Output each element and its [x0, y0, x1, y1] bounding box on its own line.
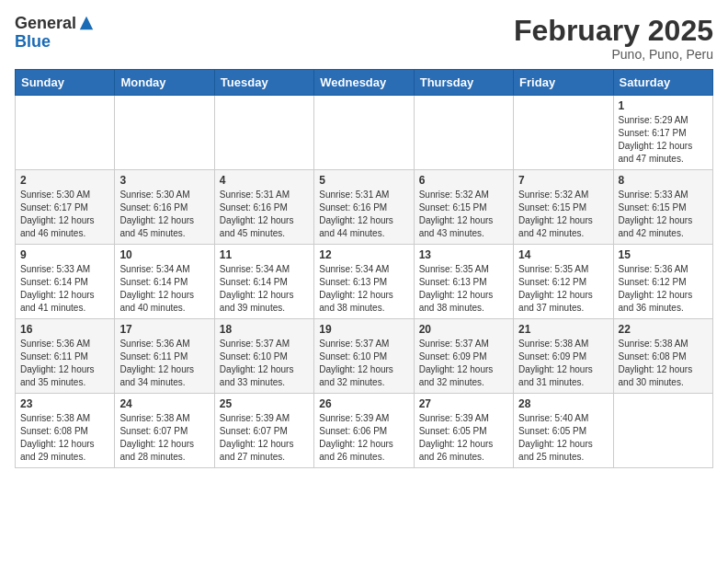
day-number: 10	[119, 248, 209, 261]
calendar-cell: 4Sunrise: 5:31 AM Sunset: 6:16 PM Daylig…	[214, 170, 313, 245]
day-info: Sunrise: 5:31 AM Sunset: 6:16 PM Dayligh…	[319, 189, 408, 240]
calendar-cell: 8Sunrise: 5:33 AM Sunset: 6:15 PM Daylig…	[613, 170, 712, 245]
calendar-cell: 14Sunrise: 5:35 AM Sunset: 6:12 PM Dayli…	[514, 245, 613, 319]
calendar-cell: 25Sunrise: 5:39 AM Sunset: 6:07 PM Dayli…	[214, 394, 313, 468]
calendar-table: SundayMondayTuesdayWednesdayThursdayFrid…	[15, 69, 713, 468]
calendar-week-row: 9Sunrise: 5:33 AM Sunset: 6:14 PM Daylig…	[16, 245, 713, 319]
calendar-cell: 12Sunrise: 5:34 AM Sunset: 6:13 PM Dayli…	[314, 245, 414, 319]
day-info: Sunrise: 5:38 AM Sunset: 6:08 PM Dayligh…	[20, 412, 109, 464]
day-number: 15	[619, 248, 708, 261]
day-number: 9	[20, 248, 109, 261]
day-info: Sunrise: 5:39 AM Sunset: 6:06 PM Dayligh…	[319, 412, 408, 464]
day-info: Sunrise: 5:35 AM Sunset: 6:12 PM Dayligh…	[518, 263, 608, 315]
day-info: Sunrise: 5:38 AM Sunset: 6:09 PM Dayligh…	[518, 338, 608, 389]
day-info: Sunrise: 5:30 AM Sunset: 6:17 PM Dayligh…	[20, 189, 109, 240]
calendar-cell: 7Sunrise: 5:32 AM Sunset: 6:15 PM Daylig…	[514, 170, 613, 245]
calendar-cell: 17Sunrise: 5:36 AM Sunset: 6:11 PM Dayli…	[115, 319, 214, 394]
column-header-tuesday: Tuesday	[214, 70, 313, 96]
calendar-cell: 24Sunrise: 5:38 AM Sunset: 6:07 PM Dayli…	[115, 394, 214, 468]
day-number: 18	[220, 323, 309, 336]
logo-icon	[78, 15, 95, 31]
day-info: Sunrise: 5:30 AM Sunset: 6:16 PM Dayligh…	[119, 189, 209, 240]
day-info: Sunrise: 5:38 AM Sunset: 6:08 PM Dayligh…	[619, 338, 708, 389]
calendar-cell: 23Sunrise: 5:38 AM Sunset: 6:08 PM Dayli…	[16, 394, 115, 468]
day-number: 26	[319, 397, 408, 410]
calendar-week-row: 1Sunrise: 5:29 AM Sunset: 6:17 PM Daylig…	[16, 96, 713, 170]
svg-marker-0	[80, 17, 93, 29]
calendar-cell: 10Sunrise: 5:34 AM Sunset: 6:14 PM Dayli…	[115, 245, 214, 319]
day-info: Sunrise: 5:32 AM Sunset: 6:15 PM Dayligh…	[518, 189, 608, 240]
day-info: Sunrise: 5:34 AM Sunset: 6:14 PM Dayligh…	[220, 263, 309, 315]
calendar-header-row: SundayMondayTuesdayWednesdayThursdayFrid…	[16, 70, 713, 96]
day-info: Sunrise: 5:37 AM Sunset: 6:10 PM Dayligh…	[220, 338, 309, 389]
day-number: 24	[119, 397, 209, 410]
day-number: 7	[518, 174, 608, 187]
day-number: 11	[220, 248, 309, 261]
day-number: 23	[20, 397, 109, 410]
column-header-monday: Monday	[115, 70, 214, 96]
calendar-cell: 1Sunrise: 5:29 AM Sunset: 6:17 PM Daylig…	[613, 96, 712, 170]
day-number: 14	[518, 248, 608, 261]
day-info: Sunrise: 5:36 AM Sunset: 6:12 PM Dayligh…	[619, 263, 708, 315]
day-info: Sunrise: 5:32 AM Sunset: 6:15 PM Dayligh…	[419, 189, 508, 240]
day-info: Sunrise: 5:31 AM Sunset: 6:16 PM Dayligh…	[220, 189, 309, 240]
day-info: Sunrise: 5:29 AM Sunset: 6:17 PM Dayligh…	[619, 114, 708, 166]
day-number: 3	[119, 174, 209, 187]
day-info: Sunrise: 5:39 AM Sunset: 6:05 PM Dayligh…	[419, 412, 508, 464]
logo-text: General Blue	[15, 15, 95, 52]
day-number: 12	[319, 248, 408, 261]
column-header-friday: Friday	[514, 70, 613, 96]
day-info: Sunrise: 5:36 AM Sunset: 6:11 PM Dayligh…	[119, 338, 209, 389]
day-number: 20	[419, 323, 508, 336]
calendar-week-row: 23Sunrise: 5:38 AM Sunset: 6:08 PM Dayli…	[16, 394, 713, 468]
calendar-subtitle: Puno, Puno, Peru	[514, 47, 713, 62]
calendar-cell: 13Sunrise: 5:35 AM Sunset: 6:13 PM Dayli…	[414, 245, 513, 319]
column-header-wednesday: Wednesday	[314, 70, 414, 96]
calendar-cell: 21Sunrise: 5:38 AM Sunset: 6:09 PM Dayli…	[514, 319, 613, 394]
day-number: 25	[220, 397, 309, 410]
calendar-cell: 28Sunrise: 5:40 AM Sunset: 6:05 PM Dayli…	[514, 394, 613, 468]
logo: General Blue	[15, 15, 95, 52]
day-info: Sunrise: 5:37 AM Sunset: 6:10 PM Dayligh…	[319, 338, 408, 389]
logo-blue: Blue	[15, 33, 95, 52]
page-header: General Blue February 2025 Puno, Puno, P…	[15, 15, 713, 62]
column-header-saturday: Saturday	[613, 70, 712, 96]
column-header-sunday: Sunday	[16, 70, 115, 96]
day-number: 21	[518, 323, 608, 336]
calendar-cell	[314, 96, 414, 170]
calendar-cell: 22Sunrise: 5:38 AM Sunset: 6:08 PM Dayli…	[613, 319, 712, 394]
calendar-cell	[613, 394, 712, 468]
day-number: 2	[20, 174, 109, 187]
day-info: Sunrise: 5:34 AM Sunset: 6:14 PM Dayligh…	[119, 263, 209, 315]
calendar-cell: 20Sunrise: 5:37 AM Sunset: 6:09 PM Dayli…	[414, 319, 513, 394]
day-number: 17	[119, 323, 209, 336]
calendar-cell	[214, 96, 313, 170]
calendar-cell: 6Sunrise: 5:32 AM Sunset: 6:15 PM Daylig…	[414, 170, 513, 245]
calendar-cell: 2Sunrise: 5:30 AM Sunset: 6:17 PM Daylig…	[16, 170, 115, 245]
calendar-cell: 19Sunrise: 5:37 AM Sunset: 6:10 PM Dayli…	[314, 319, 414, 394]
title-block: February 2025 Puno, Puno, Peru	[514, 15, 713, 62]
calendar-cell	[115, 96, 214, 170]
calendar-week-row: 2Sunrise: 5:30 AM Sunset: 6:17 PM Daylig…	[16, 170, 713, 245]
day-number: 16	[20, 323, 109, 336]
calendar-cell: 5Sunrise: 5:31 AM Sunset: 6:16 PM Daylig…	[314, 170, 414, 245]
day-info: Sunrise: 5:38 AM Sunset: 6:07 PM Dayligh…	[119, 412, 209, 464]
day-info: Sunrise: 5:35 AM Sunset: 6:13 PM Dayligh…	[419, 263, 508, 315]
day-number: 28	[518, 397, 608, 410]
day-info: Sunrise: 5:34 AM Sunset: 6:13 PM Dayligh…	[319, 263, 408, 315]
day-number: 1	[619, 99, 708, 112]
calendar-cell: 9Sunrise: 5:33 AM Sunset: 6:14 PM Daylig…	[16, 245, 115, 319]
calendar-cell: 27Sunrise: 5:39 AM Sunset: 6:05 PM Dayli…	[414, 394, 513, 468]
calendar-cell: 15Sunrise: 5:36 AM Sunset: 6:12 PM Dayli…	[613, 245, 712, 319]
calendar-cell	[414, 96, 513, 170]
calendar-cell	[16, 96, 115, 170]
day-number: 19	[319, 323, 408, 336]
calendar-cell: 3Sunrise: 5:30 AM Sunset: 6:16 PM Daylig…	[115, 170, 214, 245]
day-number: 27	[419, 397, 508, 410]
calendar-cell: 18Sunrise: 5:37 AM Sunset: 6:10 PM Dayli…	[214, 319, 313, 394]
day-number: 5	[319, 174, 408, 187]
calendar-cell: 26Sunrise: 5:39 AM Sunset: 6:06 PM Dayli…	[314, 394, 414, 468]
column-header-thursday: Thursday	[414, 70, 513, 96]
day-info: Sunrise: 5:33 AM Sunset: 6:15 PM Dayligh…	[619, 189, 708, 240]
day-number: 8	[619, 174, 708, 187]
